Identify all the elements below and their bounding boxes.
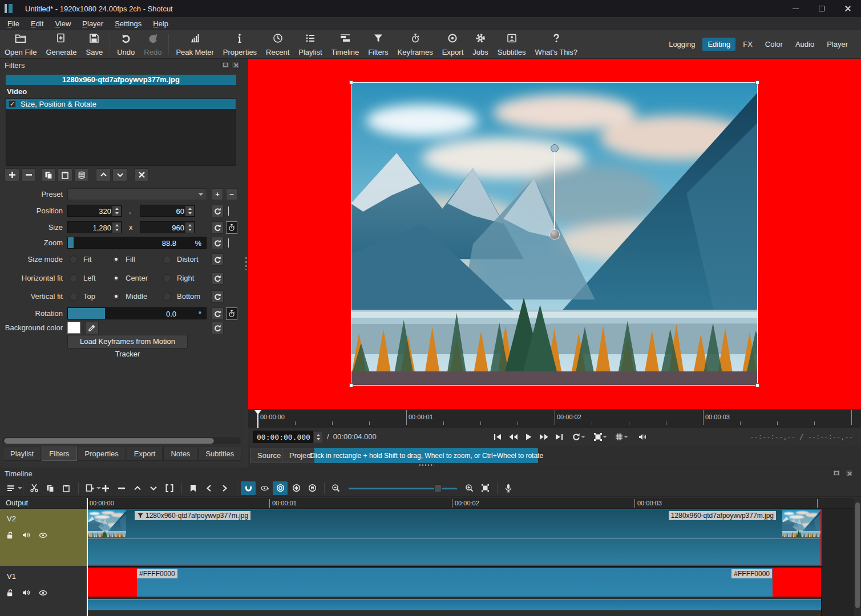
tab-playlist[interactable]: Playlist: [3, 447, 41, 461]
save-button[interactable]: Save: [82, 31, 108, 58]
scrub-while-dragging-toggle[interactable]: [257, 481, 272, 495]
hide-icon[interactable]: [38, 531, 48, 540]
size-keyframe-button[interactable]: [226, 221, 237, 234]
timeline-ruler[interactable]: 00:00:00 00:00:01 00:00:02 00:00:03: [87, 498, 854, 509]
zoom-fit-button[interactable]: [593, 430, 608, 444]
size-mode-distort-radio[interactable]: Distort: [163, 255, 199, 264]
volume-button[interactable]: [635, 430, 650, 444]
properties-button[interactable]: Properties: [219, 31, 261, 58]
zoom-slider[interactable]: 88.8 %: [67, 237, 207, 249]
export-button[interactable]: Export: [438, 31, 468, 58]
spinner-arrows-icon[interactable]: [112, 222, 121, 233]
move-track-down-button[interactable]: [146, 481, 161, 495]
vui-selection-rect[interactable]: [351, 82, 758, 386]
background-color-swatch[interactable]: [67, 322, 80, 334]
chevron-down-icon[interactable]: [603, 436, 607, 438]
lock-icon[interactable]: [6, 531, 14, 540]
keyframes-button[interactable]: Keyframes: [393, 31, 438, 58]
paste-filter-button[interactable]: [58, 168, 72, 181]
menu-edit[interactable]: Edit: [26, 18, 48, 29]
recent-button[interactable]: Recent: [261, 31, 294, 58]
hide-icon[interactable]: [38, 589, 48, 597]
jobs-button[interactable]: Jobs: [468, 31, 492, 58]
rewind-button[interactable]: [506, 430, 520, 444]
maximize-button[interactable]: [809, 0, 835, 17]
panel-float-icon[interactable]: [221, 61, 229, 68]
mode-logging[interactable]: Logging: [664, 38, 700, 51]
chevron-down-icon[interactable]: [624, 436, 628, 438]
ripple-toggle[interactable]: [273, 481, 288, 495]
tracks-area[interactable]: 00:00:00 00:00:01 00:00:02 00:00:03 1280…: [87, 498, 854, 616]
mute-icon[interactable]: [22, 530, 31, 540]
position-reset-button[interactable]: [211, 205, 224, 217]
size-width-field[interactable]: 1,280: [67, 221, 122, 233]
timeline-button[interactable]: Timeline: [327, 31, 364, 58]
filter-list[interactable]: ✓ Size, Position & Rotate: [6, 98, 236, 166]
rotation-reset-button[interactable]: [211, 307, 224, 320]
h-fit-left-radio[interactable]: Left: [70, 274, 96, 282]
output-track-header[interactable]: Output: [0, 498, 87, 509]
chevron-down-icon[interactable]: [581, 436, 585, 438]
paste-button[interactable]: [59, 481, 74, 495]
rotation-handle[interactable]: [551, 144, 559, 152]
zoom-reset-button[interactable]: [211, 237, 224, 249]
grid-button[interactable]: [614, 430, 629, 444]
h-fit-reset-button[interactable]: [211, 272, 224, 285]
subtitles-button[interactable]: Subtitles: [493, 31, 531, 58]
size-mode-fill-radio[interactable]: Fill: [112, 255, 135, 264]
close-button[interactable]: [835, 0, 861, 17]
h-fit-right-radio[interactable]: Right: [163, 274, 194, 282]
play-button[interactable]: [521, 430, 536, 444]
tab-filters[interactable]: Filters: [42, 447, 76, 461]
move-filter-up-button[interactable]: [96, 168, 111, 181]
timeline-zoom-slider[interactable]: [349, 483, 457, 494]
filters-panel-scrollbar[interactable]: [2, 437, 241, 444]
move-track-up-button[interactable]: [130, 481, 145, 495]
mute-icon[interactable]: [22, 588, 31, 597]
remove-filter-button[interactable]: [21, 168, 36, 181]
menu-file[interactable]: File: [2, 18, 25, 29]
filters-button[interactable]: Filters: [363, 31, 393, 58]
filter-row[interactable]: ✓ Size, Position & Rotate: [6, 99, 236, 109]
track-header-v2[interactable]: V2: [0, 509, 87, 566]
zoom-in-button[interactable]: [462, 481, 476, 495]
panel-close-icon[interactable]: [232, 61, 240, 68]
panel-float-icon[interactable]: [832, 469, 840, 477]
spinner-arrows-icon[interactable]: [314, 432, 322, 443]
size-height-field[interactable]: 960: [140, 221, 195, 233]
size-reset-button[interactable]: [211, 221, 224, 234]
add-filter-button[interactable]: [5, 168, 19, 181]
size-mode-fit-radio[interactable]: Fit: [70, 255, 91, 264]
generate-button[interactable]: Generate: [41, 31, 81, 58]
center-drag-handle[interactable]: [549, 229, 560, 240]
scrollbar-handle[interactable]: [855, 502, 860, 608]
resize-handle-ne[interactable]: [755, 80, 759, 84]
zoom-slider-handle[interactable]: [434, 484, 442, 492]
position-y-field[interactable]: 60: [140, 205, 195, 217]
v-fit-bottom-radio[interactable]: Bottom: [163, 292, 200, 301]
next-marker-button[interactable]: [217, 481, 232, 495]
v-fit-middle-radio[interactable]: Middle: [112, 292, 147, 301]
skip-to-start-button[interactable]: [490, 430, 505, 444]
lock-icon[interactable]: [6, 589, 14, 597]
spinner-arrows-icon[interactable]: [112, 206, 121, 216]
redo-button[interactable]: Redo: [139, 31, 166, 58]
copy-filter-button[interactable]: [41, 168, 56, 181]
size-mode-reset-button[interactable]: [211, 253, 224, 266]
previous-marker-button[interactable]: [201, 481, 216, 495]
append-button[interactable]: [82, 481, 97, 495]
spinner-arrows-icon[interactable]: [185, 222, 194, 233]
color-picker-button[interactable]: [85, 322, 99, 334]
zoom-out-button[interactable]: [328, 481, 343, 495]
playlist-button[interactable]: Playlist: [294, 31, 326, 58]
rotation-slider[interactable]: 0.0 °: [67, 307, 207, 319]
timeline-menu-button[interactable]: [3, 481, 18, 495]
timeline-playhead[interactable]: [87, 498, 88, 616]
filter-sets-icon[interactable]: [74, 168, 89, 181]
menu-view[interactable]: View: [50, 18, 76, 29]
tab-export[interactable]: Export: [127, 447, 163, 461]
cut-button[interactable]: [27, 481, 42, 495]
scrollbar-handle[interactable]: [4, 438, 214, 444]
loop-button[interactable]: [571, 430, 586, 444]
tab-properties[interactable]: Properties: [78, 447, 126, 461]
